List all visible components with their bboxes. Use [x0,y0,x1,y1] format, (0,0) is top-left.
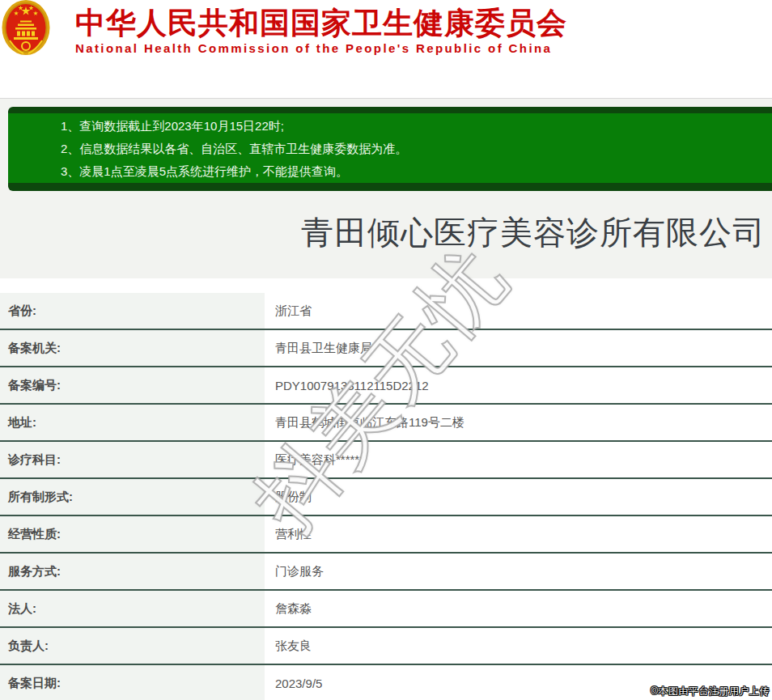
field-label: 备案日期: [0,665,265,700]
notice-line-3: 3、凌晨1点至凌晨5点系统进行维护，不能提供查询。 [61,160,764,183]
field-value: 青田县卫生健康局 [265,330,772,366]
field-label: 省份: [0,293,265,329]
field-value: PDY10079133112115D2212 [265,367,772,403]
field-label: 备案编号: [0,367,265,403]
field-label: 负责人: [0,628,265,664]
notice-line-2: 2、信息数据结果以各省、自治区、直辖市卫生健康委数据为准。 [61,138,764,160]
nhc-query-result-page: 中华人民共和国国家卫生健康委员会 National Health Commiss… [0,0,772,700]
field-value: 营利性 [265,516,772,552]
table-row-service-mode: 服务方式: 门诊服务 [0,554,772,591]
field-label: 法人: [0,591,265,626]
field-label: 备案机关: [0,330,265,366]
site-header: 中华人民共和国国家卫生健康委员会 National Health Commiss… [0,0,772,57]
table-row-medical-subjects: 诊疗科目: 医疗美容科****** [0,442,772,479]
field-value: 门诊服务 [265,554,772,589]
organization-title: 青田倾心医疗美容诊所有限公司 [0,214,766,251]
notice-box: 1、查询数据截止到2023年10月15日22时; 2、信息数据结果以各省、自治区… [8,107,772,191]
header-spacer [0,57,772,98]
field-value: 浙江省 [265,293,772,329]
table-row-filing-number: 备案编号: PDY10079133112115D2212 [0,367,772,405]
site-title-en: National Health Commission of the People… [75,41,772,55]
notice-line-1: 1、查询数据截止到2023年10月15日22时; [61,115,764,138]
content-band: 1、查询数据截止到2023年10月15日22时; 2、信息数据结果以各省、自治区… [0,99,772,278]
field-value: 张友良 [265,628,772,664]
field-value: 青田县鹤城街道临江东路119号二楼 [265,405,772,440]
prc-national-emblem-icon [2,0,50,57]
field-value: 医疗美容科****** [265,442,772,477]
table-row-province: 省份: 浙江省 [0,293,772,330]
image-attribution: ©本图由平台注册用户上传 [651,685,770,698]
field-label: 所有制形式: [0,479,265,515]
site-titles: 中华人民共和国国家卫生健康委员会 National Health Commiss… [75,0,772,55]
field-label: 地址: [0,405,265,440]
site-title-cn: 中华人民共和国国家卫生健康委员会 [75,6,772,40]
table-row-legal-person: 法人: 詹森淼 [0,591,772,628]
field-label: 诊疗科目: [0,442,265,477]
table-row-filing-authority: 备案机关: 青田县卫生健康局 [0,330,772,367]
table-row-business-nature: 经营性质: 营利性 [0,516,772,554]
field-value: 股份制 [265,479,772,515]
table-row-person-in-charge: 负责人: 张友良 [0,628,772,665]
record-table: 省份: 浙江省 备案机关: 青田县卫生健康局 备案编号: PDY10079133… [0,293,772,700]
field-value: 詹森淼 [265,591,772,626]
table-row-ownership: 所有制形式: 股份制 [0,479,772,516]
field-label: 服务方式: [0,554,265,589]
table-row-address: 地址: 青田县鹤城街道临江东路119号二楼 [0,405,772,442]
field-label: 经营性质: [0,516,265,552]
